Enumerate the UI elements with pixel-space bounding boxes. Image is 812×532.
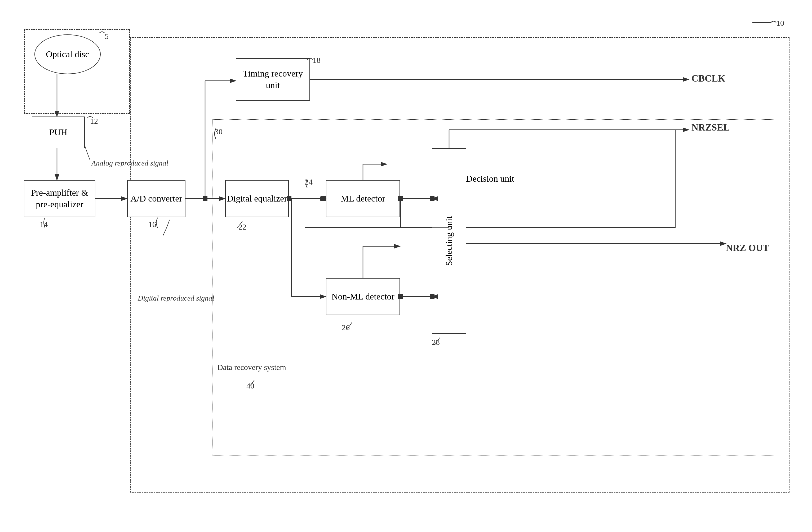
ml-detector-block: ML detector [326,180,400,217]
connector-5 [430,196,434,201]
optical-disc-label: Optical disc [46,49,89,59]
decision-unit-label: Decision unit [466,173,514,184]
ref-40: 40 [246,381,254,390]
ref-14: 14 [40,220,48,229]
ml-detector-label: ML detector [341,193,385,204]
pre-amp-block: Pre-amplifter & pre-equalizer [24,180,96,217]
ref-10: 10 [776,18,784,28]
digital-signal-label: Digital reproduced signal [138,294,214,302]
connector-3 [321,196,326,201]
puh-block: PUH [32,117,85,148]
cbclk-label: CBCLK [692,73,725,84]
digital-equalizer-label: Digital equalizer [227,193,287,204]
ref-5: 5 [105,32,108,41]
ref-22: 22 [238,222,246,232]
pre-amp-label: Pre-amplifter & pre-equalizer [24,187,95,210]
selecting-unit-label: Selecting unit [443,216,455,266]
optical-disc-block: Optical disc [34,34,101,74]
ref-30: 30 [215,127,222,136]
non-ml-detector-label: Non-ML detector [331,291,394,302]
ad-converter-block: A/D converter [127,180,186,217]
connector-6 [398,294,403,299]
connector-7 [430,294,434,299]
connector-4 [398,196,403,201]
nrz-out-label: NRZ OUT [726,242,769,253]
analog-signal-label: Analog reproduced signal [91,159,168,167]
connector-1 [203,196,207,201]
data-recovery-label: Data recovery system [217,363,286,372]
diagram: 10 Optical disc 5 PUH 12 Pre-amplifter &… [16,16,806,519]
timing-recovery-block: Timing recovery unit [236,58,310,101]
timing-recovery-label: Timing recovery unit [236,68,309,91]
puh-label: PUH [49,127,67,138]
digital-equalizer-block: Digital equalizer [225,180,289,217]
ref-28: 28 [432,338,440,346]
ref-24: 24 [305,177,313,187]
ref-26: 26 [342,323,350,332]
nrzsel-label: NRZSEL [692,122,730,133]
selecting-unit-block: Selecting unit [432,148,466,334]
ref-18: 18 [313,56,321,64]
non-ml-detector-block: Non-ML detector [326,278,400,315]
ad-converter-label: A/D converter [130,193,182,204]
connector-2 [287,196,291,201]
ref-12: 12 [90,117,98,125]
ref-16: 16 [148,220,156,229]
